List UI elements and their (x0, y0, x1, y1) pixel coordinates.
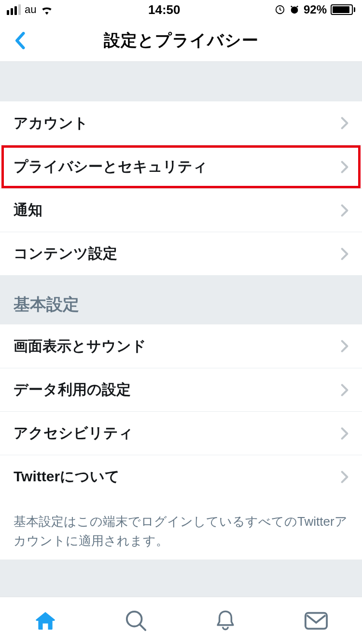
row-label: アクセシビリティ (14, 423, 133, 443)
tab-search[interactable] (113, 602, 159, 640)
chevron-right-icon (341, 116, 348, 130)
row-label: 画面表示とサウンド (14, 336, 146, 356)
settings-section-2: 画面表示とサウンド データ利用の設定 アクセシビリティ Twitterについて … (0, 324, 362, 560)
row-label: Twitterについて (14, 467, 120, 487)
section-header-basic: 基本設定 (0, 275, 362, 324)
row-label: アカウント (14, 113, 88, 133)
tab-bar (0, 597, 362, 644)
tab-home[interactable] (22, 602, 69, 639)
section-gap (0, 62, 362, 101)
chevron-right-icon (341, 339, 348, 353)
battery-icon (331, 4, 355, 15)
svg-line-3 (139, 624, 145, 630)
row-about-twitter[interactable]: Twitterについて (0, 455, 362, 498)
row-content-settings[interactable]: コンテンツ設定 (0, 232, 362, 275)
row-display-sound[interactable]: 画面表示とサウンド (0, 324, 362, 368)
tab-notifications[interactable] (203, 602, 248, 640)
section-footer-note: 基本設定はこの端末でログインしているすべてのTwitterアカウントに適用されま… (0, 498, 362, 560)
mail-icon (304, 611, 328, 630)
carrier-label: au (25, 3, 36, 16)
settings-section-1: アカウント プライバシーとセキュリティ 通知 コンテンツ設定 (0, 101, 362, 275)
signal-icon (7, 4, 21, 15)
page-title: 設定とプライバシー (0, 29, 362, 52)
svg-point-1 (291, 7, 298, 14)
row-label: プライバシーとセキュリティ (14, 157, 208, 177)
tab-messages[interactable] (292, 603, 340, 638)
status-right: 92% (275, 3, 355, 16)
wifi-icon (40, 4, 54, 15)
chevron-left-icon (14, 32, 25, 49)
row-label: コンテンツ設定 (14, 244, 117, 264)
chevron-right-icon (341, 160, 348, 174)
chevron-right-icon (341, 383, 348, 397)
row-accessibility[interactable]: アクセシビリティ (0, 411, 362, 455)
row-label: データ利用の設定 (14, 380, 131, 400)
navigation-bar: 設定とプライバシー (0, 19, 362, 62)
status-bar: au 14:50 92% (0, 0, 362, 19)
back-button[interactable] (10, 27, 30, 54)
status-left: au (7, 3, 54, 16)
row-privacy-security[interactable]: プライバシーとセキュリティ (0, 145, 362, 188)
battery-percent: 92% (304, 3, 327, 16)
chevron-right-icon (341, 247, 348, 261)
row-notifications[interactable]: 通知 (0, 188, 362, 232)
chevron-right-icon (341, 204, 348, 217)
chevron-right-icon (341, 470, 348, 484)
bell-icon (215, 610, 236, 632)
chevron-right-icon (341, 427, 348, 440)
svg-rect-4 (306, 613, 327, 629)
row-label: 通知 (14, 200, 42, 220)
status-time: 14:50 (148, 2, 181, 17)
home-icon (34, 610, 57, 631)
search-icon (125, 610, 147, 632)
row-data-usage[interactable]: データ利用の設定 (0, 368, 362, 411)
alarm-icon (289, 4, 300, 15)
rotation-lock-icon (275, 4, 285, 15)
bottom-spacer (0, 560, 362, 597)
row-account[interactable]: アカウント (0, 101, 362, 145)
